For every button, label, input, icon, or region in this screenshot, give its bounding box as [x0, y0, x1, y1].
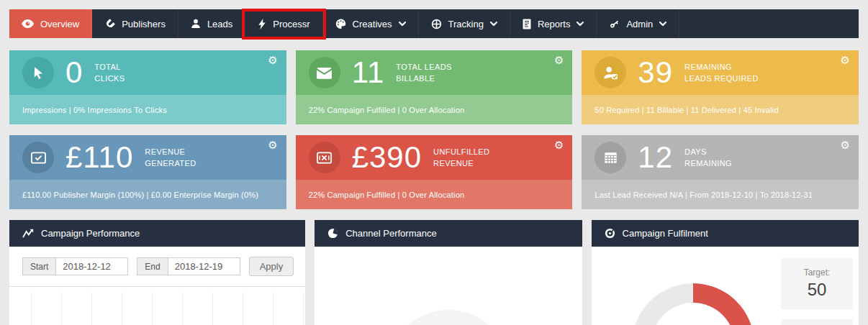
- report-icon: [523, 19, 531, 29]
- calendar-icon: [595, 142, 626, 173]
- envelope-icon: [309, 57, 340, 88]
- start-date-input[interactable]: [55, 257, 128, 275]
- line-chart-icon: [22, 229, 34, 238]
- eye-icon: [22, 19, 34, 28]
- panel-title: Channel Performance: [345, 228, 436, 239]
- nav-item-creatives[interactable]: Creatives: [323, 9, 419, 38]
- check-box-icon: [22, 142, 54, 173]
- end-label: End: [137, 257, 167, 275]
- stat-value: 12: [638, 140, 673, 175]
- nav-item-processr[interactable]: Processr: [245, 9, 322, 38]
- magnet-icon: [104, 19, 115, 29]
- nav-item-reports[interactable]: Reports: [510, 9, 597, 38]
- gear-icon[interactable]: ⚙: [841, 55, 850, 66]
- channel-performance-chart: [387, 310, 510, 325]
- stat-card-revenue-generated: £110 REVENUEGENERATED ⚙ £110.00 Publishe…: [9, 135, 286, 209]
- start-date-group: Start: [22, 257, 128, 275]
- campaign-performance-panel: Campaign Performance Start End Apply: [9, 220, 305, 325]
- gear-icon[interactable]: ⚙: [268, 140, 277, 151]
- stat-footer: 50 Required | 11 Billable | 11 Delivered…: [582, 95, 859, 124]
- nav-label: Leads: [207, 19, 232, 29]
- fulfilment-donut: [632, 283, 754, 325]
- target-icon: [431, 19, 442, 29]
- panel-title: Campaign Performance: [41, 228, 140, 239]
- dartboard-icon: [605, 228, 615, 239]
- main-nav: Overview Publishers Leads Processr Creat…: [9, 9, 859, 38]
- panel-header: Campaign Fulfilment: [592, 220, 859, 247]
- campaign-performance-chart: [9, 293, 305, 325]
- cross-box-icon: [309, 142, 340, 173]
- stat-footer: Impressions | 0% Impressions To Clicks: [9, 95, 286, 124]
- campaign-fulfilment-panel: Campaign Fulfilment Target: 50: [592, 220, 859, 325]
- stat-footer: £110.00 Publisher Margin (100%) | £0.00 …: [9, 180, 286, 209]
- stat-value: 11: [352, 55, 385, 90]
- nav-label: Publishers: [122, 19, 166, 29]
- stat-card-total-clicks: 0 TOTALCLICKS ⚙ Impressions | 0% Impress…: [9, 50, 286, 124]
- pie-chart-icon: [327, 228, 338, 239]
- target-value: 50: [781, 280, 853, 300]
- stat-value: £390: [352, 140, 422, 175]
- stat-card-unfulfilled-revenue: £390 UNFULFILLEDREVENUE ⚙ 22% Campaign F…: [296, 135, 573, 209]
- stat-cards: 0 TOTALCLICKS ⚙ Impressions | 0% Impress…: [9, 50, 859, 209]
- date-range-controls: Start End Apply: [9, 247, 305, 276]
- stat-footer: 22% Campaign Fulfilled | 0 Over Allocati…: [296, 180, 573, 209]
- gear-icon[interactable]: ⚙: [554, 55, 564, 66]
- nav-item-overview[interactable]: Overview: [9, 9, 92, 38]
- gear-icon[interactable]: ⚙: [841, 140, 850, 151]
- stat-value: £110: [65, 140, 133, 175]
- target-label: Target:: [781, 267, 853, 278]
- divider: [9, 286, 305, 287]
- nav-label: Overview: [40, 19, 79, 29]
- stat-card-days-remaining: 12 DAYSREMAINING ⚙ Last Lead Received N/…: [582, 135, 859, 209]
- end-date-input[interactable]: [168, 257, 240, 275]
- chevron-down-icon: [399, 22, 406, 27]
- person-icon: [191, 19, 201, 29]
- nav-item-admin[interactable]: Admin: [597, 9, 679, 38]
- person-check-icon: [595, 57, 626, 88]
- nav-spacer: [679, 9, 859, 38]
- stat-value: 39: [638, 55, 673, 90]
- chevron-down-icon: [659, 22, 666, 27]
- stat-card-remaining-leads: 39 REMAININGLEADS REQUIRED ⚙ 50 Required…: [582, 50, 859, 124]
- end-date-group: End: [137, 257, 240, 275]
- stat-label: UNFULFILLEDREVENUE: [433, 146, 489, 170]
- nav-label: Creatives: [353, 19, 392, 29]
- stat-value: 0: [65, 55, 83, 90]
- stat-label: TOTAL LEADSBILLABLE: [396, 61, 452, 85]
- nav-label: Reports: [538, 19, 571, 29]
- apply-button[interactable]: Apply: [249, 257, 294, 276]
- channel-performance-panel: Channel Performance: [315, 220, 582, 325]
- nav-item-publishers[interactable]: Publishers: [92, 9, 178, 38]
- stat-card-total-leads-billable: 11 TOTAL LEADSBILLABLE ⚙ 22% Campaign Fu…: [296, 50, 573, 124]
- palette-icon: [335, 19, 346, 29]
- key-icon: [609, 19, 620, 29]
- lightning-icon: [258, 19, 266, 29]
- stat-label: REVENUEGENERATED: [145, 146, 196, 170]
- panels-row: Campaign Performance Start End Apply: [9, 220, 859, 325]
- stat-label: REMAININGLEADS REQUIRED: [684, 61, 759, 85]
- target-box: Target: 50: [781, 258, 853, 309]
- secondary-stat-box: [781, 319, 853, 325]
- stat-label: TOTALCLICKS: [94, 61, 125, 85]
- gear-icon[interactable]: ⚙: [554, 140, 564, 151]
- cursor-icon: [22, 57, 54, 88]
- start-label: Start: [22, 257, 55, 275]
- panel-title: Campaign Fulfilment: [623, 228, 708, 239]
- stat-footer: Last Lead Received N/A | From 2018-12-10…: [582, 180, 859, 209]
- nav-item-leads[interactable]: Leads: [178, 9, 245, 38]
- gear-icon[interactable]: ⚙: [268, 55, 277, 66]
- chevron-down-icon: [577, 22, 584, 27]
- nav-label: Processr: [273, 19, 309, 29]
- stat-label: DAYSREMAINING: [684, 146, 732, 170]
- stat-footer: 22% Campaign Fulfilled | 0 Over Allocati…: [296, 95, 573, 124]
- nav-label: Admin: [626, 19, 653, 29]
- nav-item-tracking[interactable]: Tracking: [419, 9, 510, 38]
- chevron-down-icon: [490, 22, 497, 27]
- nav-label: Tracking: [448, 19, 484, 29]
- panel-header: Channel Performance: [315, 220, 582, 247]
- panel-header: Campaign Performance: [9, 220, 305, 247]
